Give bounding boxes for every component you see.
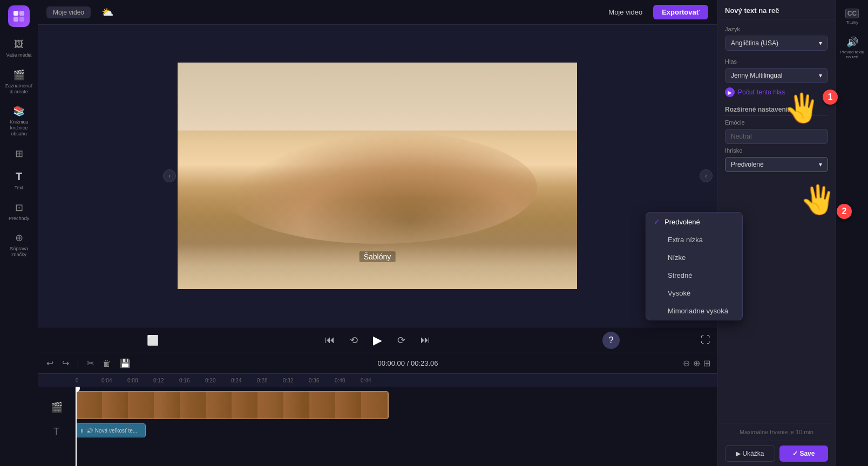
timeline-ruler: 0 0:04 0:08 0:12 0:16 0:20 0:24 0:28 0:3…	[38, 374, 717, 387]
sidebar-item-library[interactable]: 📚 Knižnica knižnice obsahu	[3, 101, 35, 141]
preview-button[interactable]: ▶ Ukážka	[725, 446, 775, 462]
library-icon: 📚	[13, 105, 25, 117]
dropdown-item-label: Nízke	[668, 253, 686, 262]
topbar: Moje video ⛅ Moje video Exportovať	[38, 0, 717, 25]
subtitles-icon: CC	[845, 9, 859, 18]
export-button[interactable]: Exportovať	[653, 5, 708, 19]
language-value: Angličtina (USA)	[731, 39, 778, 47]
track-content[interactable]: ⏸ 🔊 Nová veľkosť te...	[76, 387, 717, 466]
forward-button[interactable]: ⟳	[394, 332, 409, 348]
sidebar-item-brand[interactable]: ⊕ Súprava značky	[3, 228, 35, 262]
zoom-out-button[interactable]: ⊖	[683, 358, 690, 368]
video-track-inner	[76, 392, 388, 419]
cut-button[interactable]: ✂	[85, 357, 96, 369]
far-right-subtitles[interactable]: CC Titulky	[843, 5, 861, 29]
redo-button[interactable]: ↪	[60, 357, 71, 369]
voice-chevron-icon: ▾	[819, 72, 822, 79]
playground-value: Predvolené	[731, 161, 764, 168]
subtitles-toggle-button[interactable]: ⬜	[144, 332, 162, 348]
dropdown-item-vysoke[interactable]: Vysoké	[646, 284, 742, 302]
timeline-tracks: 🎬 T ⏸ 🔊 Nová veľkosť te...	[38, 387, 717, 466]
dropdown-item-label: Stredné	[668, 271, 693, 279]
dropdown-item-predvolene[interactable]: ✓ Predvolené	[646, 213, 742, 231]
project-name[interactable]: Moje video	[46, 6, 91, 18]
ruler-32: 0:32	[283, 378, 309, 383]
dropdown-item-label: Extra nízka	[668, 236, 703, 244]
moje-video-button[interactable]: Moje video	[604, 5, 647, 19]
save-label: Save	[799, 450, 815, 457]
transitions-icon: ⊡	[15, 202, 23, 214]
ruler-44: 0:44	[361, 378, 386, 383]
language-select[interactable]: Angličtina (USA) ▾	[725, 36, 828, 51]
video-subtitle: Šablóny	[360, 251, 396, 262]
voice-value: Jenny Multilingual	[731, 72, 782, 79]
voice-label: Hlas	[725, 58, 828, 65]
dropdown-item-nizke[interactable]: Nízke	[646, 249, 742, 266]
sidebar-item-media[interactable]: 🖼 Vaše médiá	[3, 35, 35, 63]
ruler-12: 0:12	[153, 378, 179, 383]
far-right-tts[interactable]: 🔊 Prevod textu na reč	[836, 33, 868, 63]
panel-footer: Maximálne trvanie je 10 min	[717, 423, 836, 441]
timeline: ↩ ↪ ✂ 🗑 💾 00:00.00 / 00:23.06 ⊖ ⊕ ⊞ 0 0:…	[38, 353, 717, 466]
listen-label: Počuť tento hlas	[738, 88, 785, 96]
left-sidebar: 🖼 Vaše médiá 🎬 Zaznamenať & create 📚 Kni…	[0, 0, 38, 466]
dropdown-item-label: Predvolené	[664, 218, 700, 226]
dropdown-item-label: Vysoké	[668, 289, 690, 297]
sidebar-text-label: Text	[15, 185, 24, 191]
play-button[interactable]: ▶	[370, 331, 385, 350]
fullscreen-button[interactable]: ⛶	[701, 334, 710, 346]
ruler-20: 0:20	[205, 378, 231, 383]
collapse-left-button[interactable]: ›	[163, 169, 176, 182]
sidebar-record-label: Zaznamenať & create	[5, 83, 33, 95]
svg-rect-2	[13, 17, 18, 22]
language-chevron-icon: ▾	[819, 39, 822, 47]
text-track-label: Nová veľkosť te...	[95, 428, 137, 434]
sidebar-transitions-label: Prechody	[9, 216, 29, 222]
voice-select[interactable]: Jenny Multilingual ▾	[725, 68, 828, 83]
dropdown-item-mimoriadne[interactable]: Mimoriadne vysoká	[646, 302, 742, 320]
save-clip-button[interactable]: 💾	[118, 357, 133, 369]
subtitles-label: Titulky	[846, 20, 858, 25]
help-button[interactable]: ?	[602, 332, 620, 349]
video-track[interactable]	[76, 391, 389, 419]
ruler-0: 0	[76, 378, 101, 383]
playground-label: Ihrisko	[725, 147, 828, 154]
ruler-4: 0:04	[101, 378, 127, 383]
rewind-button[interactable]: ⟲	[347, 332, 361, 348]
video-player[interactable]: Šablóny	[178, 63, 577, 289]
tts-label: Prevod textu na reč	[838, 50, 866, 60]
skip-forward-button[interactable]: ⏭	[417, 332, 433, 348]
ruler-8: 0:08	[127, 378, 153, 383]
advanced-settings-group: Rozšírené nastavenia Emócie Neutral Ihri…	[725, 106, 828, 172]
text-track-icons: ⏸ 🔊	[79, 428, 93, 434]
save-check-icon: ✓	[792, 450, 799, 457]
sidebar-item-record[interactable]: 🎬 Zaznamenať & create	[3, 65, 35, 99]
text-track-label-icon: T	[40, 424, 73, 438]
sidebar-item-templates[interactable]: ⊞	[3, 143, 35, 164]
delete-button[interactable]: 🗑	[100, 358, 113, 369]
skip-back-button[interactable]: ⏮	[322, 332, 338, 348]
video-container: › 16:9 Šablóny ‹ ∨	[38, 25, 717, 327]
language-field-group: Jazyk Angličtina (USA) ▾	[725, 26, 828, 51]
fit-button[interactable]: ⊞	[703, 358, 710, 368]
sidebar-item-transitions[interactable]: ⊡ Prechody	[3, 197, 35, 226]
sidebar-item-text[interactable]: T Text	[3, 166, 35, 195]
emotion-field[interactable]: Neutral	[725, 129, 828, 144]
listen-button[interactable]: ▶ Počuť tento hlas	[725, 86, 828, 98]
dropdown-item-extra-nizka[interactable]: Extra nízka	[646, 231, 742, 249]
tts-icon: 🔊	[846, 36, 858, 48]
cloud-save-icon[interactable]: ⛅	[97, 4, 118, 20]
playhead[interactable]	[76, 387, 77, 466]
zoom-in-button[interactable]: ⊕	[693, 358, 700, 368]
playground-select[interactable]: Predvolené ▾	[725, 157, 828, 172]
text-track[interactable]: ⏸ 🔊 Nová veľkosť te...	[76, 423, 146, 437]
video-controls: ⬜ ⏮ ⟲ ▶ ⟳ ⏭ ? ⛶	[38, 327, 717, 353]
dropdown-item-stredne[interactable]: Stredné	[646, 266, 742, 284]
undo-button[interactable]: ↩	[44, 357, 56, 369]
ruler-36: 0:36	[309, 378, 335, 383]
collapse-right-button[interactable]: ‹	[700, 169, 713, 182]
templates-icon: ⊞	[15, 148, 23, 160]
panel-header: Nový text na reč	[717, 0, 836, 19]
svg-rect-0	[13, 11, 18, 16]
save-button[interactable]: ✓ Save	[779, 446, 829, 462]
